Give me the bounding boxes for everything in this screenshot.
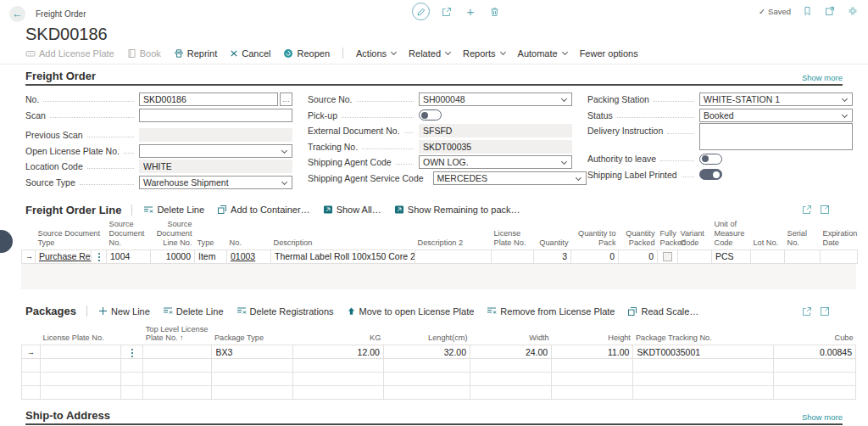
related-menu[interactable]: Related — [409, 48, 450, 59]
cell-description[interactable]: Thermal Label Roll 100x150 Core 25mm (4… — [271, 249, 415, 263]
col-description-2[interactable]: Description 2 — [415, 220, 492, 249]
show-all-button[interactable]: Show All… — [323, 205, 381, 215]
delete-record-button[interactable] — [487, 5, 501, 19]
col-no[interactable]: No. — [227, 220, 271, 249]
back-button[interactable]: ← — [9, 6, 25, 22]
cell-length-cm[interactable]: 32.00 — [383, 345, 470, 359]
share-icon[interactable] — [802, 306, 812, 317]
cell-unit-of-measure-code[interactable]: PCS — [712, 249, 751, 263]
shipping-agent-code-select[interactable]: OWN LOG. — [419, 155, 572, 169]
assist-edit-button[interactable]: … — [280, 92, 292, 106]
collapse-button[interactable] — [846, 4, 860, 18]
expand-icon[interactable] — [820, 205, 830, 215]
edit-button[interactable] — [412, 3, 430, 20]
show-more-link[interactable]: Show more — [802, 73, 843, 82]
cell-source-document-no[interactable]: 1004 — [107, 249, 151, 263]
no-field[interactable] — [139, 92, 278, 106]
checkbox-unchecked[interactable] — [663, 252, 672, 261]
col-source-document-line-no[interactable]: Source Document Line No. — [151, 220, 195, 249]
open-license-plate-no-select[interactable] — [139, 144, 292, 158]
cell-expiration-date[interactable] — [821, 249, 858, 263]
status-select[interactable]: Booked — [699, 109, 853, 122]
col-fully-packed[interactable]: Fully Packed — [658, 220, 678, 249]
cell-license-plate-no[interactable] — [41, 345, 121, 359]
new-line-button[interactable]: New Line — [98, 306, 150, 317]
scan-field[interactable] — [139, 109, 292, 122]
delivery-instruction-field[interactable] — [699, 123, 853, 150]
shipping-agent-service-code-select[interactable]: MERCEDES — [433, 171, 587, 185]
cell-package-type[interactable]: BX3 — [212, 345, 292, 359]
row-options-button[interactable] — [121, 345, 143, 359]
bookmark-button[interactable] — [800, 4, 814, 18]
cell-kg[interactable]: 12.00 — [292, 345, 383, 359]
cancel-button[interactable]: Cancel — [230, 48, 270, 59]
cell-source-document-line-no[interactable]: 10000 — [151, 249, 195, 263]
remove-from-license-plate-button[interactable]: Remove from License Plate — [487, 306, 615, 317]
row-options-button[interactable] — [92, 249, 107, 263]
authority-to-leave-toggle[interactable] — [699, 154, 722, 165]
col-expiration-date[interactable]: Expiration Date — [821, 220, 858, 249]
show-more-link[interactable]: Show more — [802, 412, 843, 422]
col-kg[interactable]: KG — [292, 325, 383, 345]
new-record-button[interactable]: + — [464, 5, 477, 19]
popout-button[interactable] — [823, 4, 837, 18]
col-variant-code[interactable]: Variant Code — [678, 220, 712, 249]
reports-menu[interactable]: Reports — [463, 48, 505, 59]
col-serial-no[interactable]: Serial No. — [785, 220, 821, 249]
packing-station-select[interactable]: WHITE-STATION 1 — [699, 92, 853, 106]
cell-quantity-packed[interactable]: 0 — [619, 249, 658, 263]
cell-description-2[interactable] — [415, 249, 492, 263]
col-package-tracking-no[interactable]: Package Tracking No. — [633, 325, 773, 345]
show-remaining-button[interactable]: Show Remaining to pack… — [394, 205, 520, 215]
col-quantity-to-pack[interactable]: Quantity to Pack — [571, 220, 619, 249]
cell-license-plate-no[interactable] — [492, 249, 534, 263]
read-scale-button[interactable]: Read Scale… — [627, 306, 698, 317]
pick-up-toggle[interactable] — [419, 109, 442, 121]
col-source-document-no[interactable]: Source Document No. — [107, 220, 151, 249]
col-quantity-packed[interactable]: Quantity Packed — [619, 220, 658, 249]
cell-serial-no[interactable] — [785, 249, 821, 263]
cell-quantity[interactable]: 3 — [534, 249, 571, 263]
reopen-button[interactable]: Reopen — [283, 48, 330, 59]
col-lot-no[interactable]: Lot No. — [751, 220, 785, 249]
col-cube[interactable]: Cube — [773, 325, 855, 345]
source-no-select[interactable]: SH000048 — [419, 92, 572, 106]
move-to-open-license-plate-button[interactable]: Move to open License Plate — [347, 306, 475, 317]
expand-icon[interactable] — [820, 306, 830, 317]
cell-cube[interactable]: 0.00845 — [773, 345, 855, 359]
delete-line-button[interactable]: Delete Line — [143, 205, 204, 215]
cell-source-document-type[interactable]: Purchase Ret… — [36, 249, 92, 263]
col-height[interactable]: Height — [552, 325, 633, 345]
cell-width[interactable]: 24.00 — [470, 345, 552, 359]
automate-menu[interactable]: Automate — [518, 48, 567, 59]
reprint-button[interactable]: Reprint — [174, 48, 217, 59]
source-type-select[interactable]: Warehouse Shipment — [139, 176, 292, 189]
delete-registrations-button[interactable]: Delete Registrations — [236, 306, 334, 317]
col-license-plate-no[interactable]: License Plate No. — [492, 220, 534, 249]
col-license-plate-no[interactable]: License Plate No. — [41, 325, 143, 345]
col-quantity[interactable]: Quantity — [534, 220, 571, 249]
shipping-label-printed-toggle[interactable] — [699, 169, 722, 180]
delete-line-button[interactable]: Delete Line — [163, 306, 224, 317]
side-drawer-handle[interactable] — [0, 230, 13, 253]
col-source-document-type[interactable]: Source Document Type — [36, 220, 107, 249]
col-top-level-license-plate-no[interactable]: Top Level License Plate No. ↑ — [143, 325, 212, 345]
share-icon[interactable] — [802, 205, 812, 215]
cell-quantity-to-pack[interactable]: 0 — [571, 249, 619, 263]
share-button[interactable] — [440, 5, 453, 19]
col-length-cm[interactable]: Lenght(cm) — [383, 325, 470, 345]
col-description[interactable]: Description — [271, 220, 415, 249]
col-width[interactable]: Width — [470, 325, 552, 345]
add-to-container-button[interactable]: Add to Container… — [217, 205, 310, 215]
cell-top-level-license-plate-no[interactable] — [143, 345, 212, 359]
col-type[interactable]: Type — [195, 220, 227, 249]
row-selector[interactable]: → — [22, 345, 41, 359]
cell-height[interactable]: 11.00 — [552, 345, 633, 359]
col-package-type[interactable]: Package Type — [212, 325, 292, 345]
cell-variant-code[interactable] — [678, 249, 712, 263]
cell-lot-no[interactable] — [751, 249, 785, 263]
add-license-plate-button[interactable]: Add License Plate — [25, 48, 114, 59]
book-button[interactable]: Book — [127, 48, 161, 59]
cell-type[interactable]: Item — [195, 249, 227, 263]
actions-menu[interactable]: Actions — [356, 48, 396, 59]
